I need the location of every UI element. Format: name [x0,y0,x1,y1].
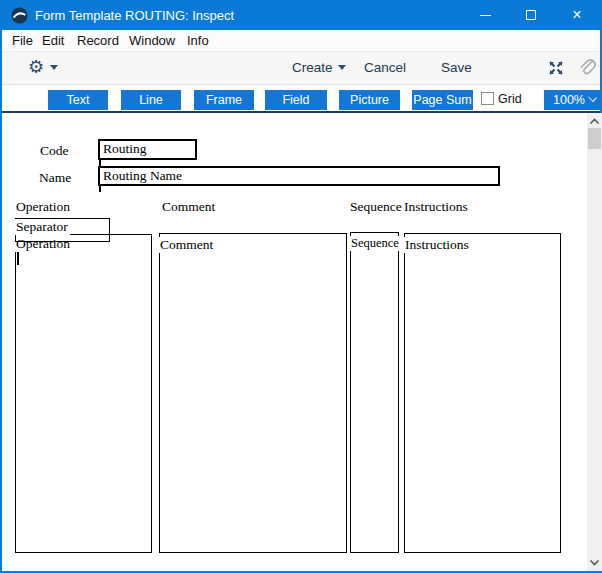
operation-field-object[interactable]: Operation [15,234,152,553]
name-label[interactable]: Name [39,170,71,186]
app-logo-icon[interactable] [11,7,28,24]
header-instructions[interactable]: Instructions [404,199,468,215]
header-sequence[interactable]: Sequence [350,199,402,215]
zoom-value: 100% [553,90,585,110]
close-icon: × [572,7,581,23]
comment-field-object[interactable]: Comment [159,233,347,553]
maximize-icon [526,10,536,20]
window-title: Form Template ROUTING: Inspect [35,8,234,23]
vertical-scrollbar[interactable] [587,113,602,571]
chevron-down-icon [588,93,597,102]
menu-info[interactable]: Info [187,33,209,48]
design-toolbar: Text Line Frame Field Picture Page Sum G… [2,85,600,113]
paperclip-icon[interactable] [577,58,597,78]
create-button[interactable]: Create [292,60,333,75]
separator-field-label: Separator [15,219,70,235]
expand-icon[interactable] [548,60,564,76]
scrollbar-thumb[interactable] [588,128,601,149]
code-field-value: Routing [103,141,147,157]
save-button[interactable]: Save [441,60,472,75]
pagesum-tool-button[interactable]: Page Sum [412,90,473,110]
zoom-dropdown[interactable]: 100% [544,90,601,110]
chevron-down-icon [589,559,600,566]
app-window: Form Template ROUTING: Inspect × File Ed… [0,0,602,573]
grid-checkbox[interactable] [481,92,494,105]
sequence-field-object[interactable]: Sequence [350,232,399,553]
separator-field-object[interactable]: Separator [15,218,110,242]
line-tool-button[interactable]: Line [121,90,181,110]
menu-bar: File Edit Record Window Info [2,30,600,52]
title-bar: Form Template ROUTING: Inspect × [2,0,600,30]
maximize-button[interactable] [508,0,554,30]
scroll-down-button[interactable] [587,555,602,570]
name-field-object[interactable]: Routing Name [98,166,500,186]
code-field-object[interactable]: Routing [98,139,197,160]
menu-edit[interactable]: Edit [42,33,64,48]
instructions-field-object[interactable]: Instructions [404,233,561,553]
text-anchor-tick [99,186,101,192]
field-tool-button[interactable]: Field [265,90,327,110]
name-field-value: Routing Name [103,168,182,184]
code-label[interactable]: Code [40,143,69,159]
chevron-down-icon [50,65,58,70]
toolbar: ⚙ Create Cancel Save [2,52,600,85]
frame-tool-button[interactable]: Frame [194,90,254,110]
grid-checkbox-label: Grid [498,92,522,106]
menu-record[interactable]: Record [77,33,119,48]
picture-tool-button[interactable]: Picture [339,90,400,110]
instructions-field-label: Instructions [404,237,471,253]
form-design-canvas[interactable]: Code Routing Name Routing Name Operation… [2,113,600,571]
chevron-up-icon [589,118,600,125]
sequence-field-label: Sequence [350,236,401,251]
text-anchor-tick [17,252,19,265]
create-dropdown-caret-icon[interactable] [338,65,346,70]
menu-file[interactable]: File [12,33,33,48]
close-button[interactable]: × [554,0,600,30]
minimize-button[interactable] [462,0,508,30]
comment-field-label: Comment [159,237,215,253]
header-comment[interactable]: Comment [162,199,215,215]
gear-icon: ⚙ [28,57,44,77]
menu-window[interactable]: Window [129,33,175,48]
settings-menu-button[interactable]: ⚙ [28,57,58,77]
text-tool-button[interactable]: Text [48,90,108,110]
cancel-button[interactable]: Cancel [364,60,406,75]
minimize-icon [480,15,491,16]
scroll-up-button[interactable] [587,114,602,129]
header-operation[interactable]: Operation [16,199,70,215]
